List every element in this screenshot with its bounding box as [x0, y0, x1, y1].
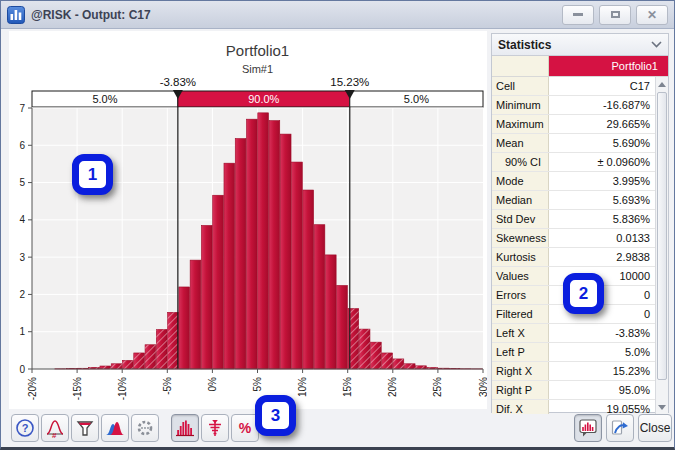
stats-row-label: Values [492, 267, 549, 285]
svg-text:3: 3 [19, 252, 25, 263]
callout-badge-2: 2 [563, 273, 604, 314]
stats-row: Median5.693% [492, 191, 668, 210]
overlay-button[interactable] [101, 414, 129, 442]
stats-table: CellC17Minimum-16.687%Maximum29.665%Mean… [492, 77, 668, 414]
risk-output-window: @RISK - Output: C17 ✕ Portfolio1Sim#1-3.… [0, 0, 675, 450]
stats-output-column-header: Portfolio1 [549, 56, 668, 76]
svg-text:0%: 0% [207, 377, 218, 392]
stats-row-value: -16.687% [549, 96, 668, 114]
svg-text:-20%: -20% [27, 377, 38, 400]
scrollbar-up-arrow[interactable] [656, 77, 668, 91]
stats-row-label: Left P [492, 343, 549, 361]
edit-export-button[interactable] [606, 414, 634, 442]
stats-row-value: 95.0% [549, 381, 668, 399]
svg-text:%: % [239, 420, 252, 436]
titlebar[interactable]: @RISK - Output: C17 ✕ [1, 1, 674, 29]
settings-gear-icon [134, 417, 156, 439]
histogram-type-button[interactable] [171, 414, 199, 442]
distribution-chart[interactable]: Portfolio1Sim#1-3.83%15.23%5.0%90.0%5.0%… [9, 31, 487, 409]
close-window-button[interactable]: ✕ [636, 5, 668, 25]
stats-row-label: 90% CI [492, 153, 549, 171]
stats-row-label: Right P [492, 381, 549, 399]
stats-row-label: Maximum [492, 115, 549, 133]
stats-row-label: Mode [492, 172, 549, 190]
svg-text:#: # [52, 431, 57, 439]
stats-row-value: 29.665% [549, 115, 668, 133]
filter-icon [74, 417, 96, 439]
stats-row: Right X15.23% [492, 362, 668, 381]
stats-row-label: Skewness [492, 229, 549, 247]
stats-row-value: ± 0.0960% [549, 153, 668, 171]
scrollbar-thumb[interactable] [657, 92, 667, 380]
graph-callout-button[interactable] [574, 414, 602, 442]
statistics-header[interactable]: Statistics [492, 34, 668, 56]
svg-text:15%: 15% [342, 377, 353, 397]
stats-row: Left X-3.83% [492, 324, 668, 343]
stats-row: CellC17 [492, 77, 668, 96]
scrollbar-down-arrow[interactable] [656, 400, 668, 414]
svg-text:6: 6 [19, 140, 25, 151]
chevron-down-icon[interactable] [651, 41, 662, 48]
stats-row-label: Left X [492, 324, 549, 342]
stats-row: Skewness0.0133 [492, 229, 668, 248]
delimiters-icon [204, 417, 226, 439]
svg-text:5.0%: 5.0% [92, 93, 117, 105]
svg-text:10%: 10% [297, 377, 308, 397]
svg-text:-15%: -15% [72, 377, 83, 400]
stats-row-value: 2.9838 [549, 248, 668, 266]
svg-text:-5%: -5% [162, 377, 173, 395]
app-icon [7, 6, 25, 24]
stats-corner-cell [492, 56, 549, 76]
close-icon: ✕ [647, 9, 657, 21]
stats-row-value: 0.0133 [549, 229, 668, 247]
callout-badge-3: 3 [255, 395, 296, 436]
stats-row: Mean5.690% [492, 134, 668, 153]
maximize-button[interactable] [599, 5, 631, 25]
svg-text:7: 7 [19, 103, 25, 114]
delimiters-button[interactable] [201, 414, 229, 442]
help-icon: ? [14, 417, 36, 439]
stats-row: Kurtosis2.9838 [492, 248, 668, 267]
stats-scrollbar[interactable] [655, 77, 668, 414]
stats-row-value: 5.690% [549, 134, 668, 152]
help-button[interactable]: ? [11, 414, 39, 442]
left-delimiter-label: -3.83% [160, 76, 196, 88]
distribution-markers-icon: # [44, 417, 66, 439]
stats-row: Mode3.995% [492, 172, 668, 191]
window-title: @RISK - Output: C17 [31, 8, 557, 22]
callout-badge-1: 1 [72, 154, 113, 195]
filter-button[interactable] [71, 414, 99, 442]
svg-text:2: 2 [19, 289, 25, 300]
statistics-panel: Statistics Portfolio1 CellC17Minimum-16.… [491, 33, 669, 413]
close-button[interactable]: Close [638, 414, 672, 442]
markers-button[interactable]: # [41, 414, 69, 442]
svg-text:5.0%: 5.0% [404, 93, 429, 105]
stats-column-header-row: Portfolio1 [492, 56, 668, 77]
stats-row-label: Kurtosis [492, 248, 549, 266]
stats-row-label: Dif. X [492, 400, 549, 414]
chart-subtitle: Sim#1 [242, 63, 273, 75]
stats-row-value: 19.055% [549, 400, 668, 414]
edit-export-icon [609, 417, 631, 439]
svg-text:90.0%: 90.0% [248, 93, 279, 105]
graph-settings-button[interactable] [131, 414, 159, 442]
chart-title: Portfolio1 [226, 42, 289, 59]
chart-panel[interactable]: Portfolio1Sim#1-3.83%15.23%5.0%90.0%5.0%… [9, 31, 487, 409]
svg-text:30%: 30% [478, 377, 488, 397]
svg-text:0: 0 [19, 364, 25, 375]
stats-row-value: 5.693% [549, 191, 668, 209]
svg-text:25%: 25% [432, 377, 443, 397]
percent-markers-icon: % [234, 417, 256, 439]
statistics-header-label: Statistics [498, 38, 551, 52]
minimize-icon [573, 13, 583, 16]
svg-text:-10%: -10% [117, 377, 128, 400]
svg-text:1: 1 [19, 326, 25, 337]
minimize-button[interactable] [562, 5, 594, 25]
stats-row: 90% CI± 0.0960% [492, 153, 668, 172]
stats-row-value: 5.836% [549, 210, 668, 228]
stats-row-value: 3.995% [549, 172, 668, 190]
svg-text:5%: 5% [252, 377, 263, 392]
stats-row-label: Filtered [492, 305, 549, 323]
graph-callout-icon [577, 417, 599, 439]
stats-row-value: -3.83% [549, 324, 668, 342]
